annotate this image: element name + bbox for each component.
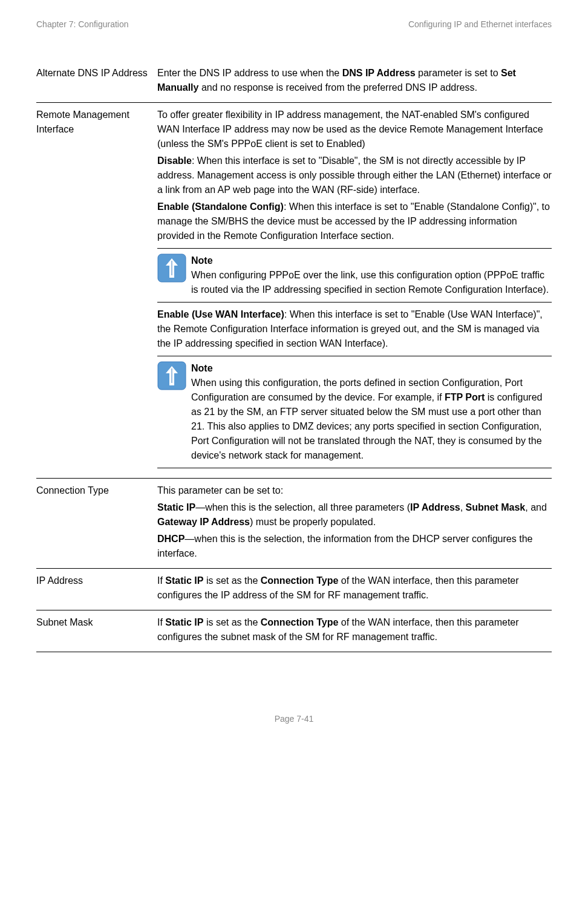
bold-text: Gateway IP Address bbox=[157, 517, 250, 527]
bold-text: IP Address bbox=[410, 502, 460, 512]
table-row: Alternate DNS IP Address Enter the DNS I… bbox=[36, 61, 552, 102]
bold-text: DHCP bbox=[157, 534, 185, 544]
bold-text: Static IP bbox=[165, 575, 203, 586]
text: is set as the bbox=[203, 575, 260, 586]
note-title: Note bbox=[191, 361, 552, 376]
bold-text: FTP Port bbox=[445, 392, 485, 402]
text: , bbox=[460, 502, 466, 512]
bold-text: Disable bbox=[157, 155, 192, 166]
param-name-connection-type: Connection Type bbox=[36, 483, 157, 563]
bold-text: DNS IP Address bbox=[342, 68, 416, 78]
param-name-subnet-mask: Subnet Mask bbox=[36, 615, 157, 647]
text: : When this interface is set to "Disable… bbox=[157, 155, 552, 195]
bold-text: Connection Type bbox=[261, 575, 339, 586]
table-row: Connection Type This parameter can be se… bbox=[36, 478, 552, 568]
paragraph: This parameter can be set to: bbox=[157, 483, 552, 498]
note-title: Note bbox=[191, 254, 552, 268]
text: Enter the DNS IP address to use when the bbox=[157, 68, 342, 78]
header-left: Chapter 7: Configuration bbox=[36, 18, 129, 31]
info-icon bbox=[157, 254, 186, 283]
note-box: Note When using this configuration, the … bbox=[157, 356, 552, 468]
paragraph: Disable: When this interface is set to "… bbox=[157, 154, 552, 197]
note-icon-container bbox=[157, 361, 191, 463]
text: is set as the bbox=[203, 617, 260, 627]
parameter-table: Alternate DNS IP Address Enter the DNS I… bbox=[36, 61, 552, 652]
note-box: Note When configuring PPPoE over the lin… bbox=[157, 248, 552, 303]
paragraph: Enter the DNS IP address to use when the… bbox=[157, 66, 552, 95]
param-name-ip-address: IP Address bbox=[36, 574, 157, 605]
text: ) must be properly populated. bbox=[250, 517, 376, 527]
bold-text: Static IP bbox=[165, 617, 203, 627]
param-desc: To offer greater flexibility in IP addre… bbox=[157, 108, 552, 473]
paragraph: To offer greater flexibility in IP addre… bbox=[157, 108, 552, 151]
paragraph: If Static IP is set as the Connection Ty… bbox=[157, 574, 552, 603]
paragraph: If Static IP is set as the Connection Ty… bbox=[157, 615, 552, 644]
table-row: IP Address If Static IP is set as the Co… bbox=[36, 568, 552, 610]
bold-text: Enable (Use WAN Interface) bbox=[157, 309, 284, 319]
paragraph: Enable (Use WAN Interface): When this in… bbox=[157, 307, 552, 351]
text: —when this is the selection, the informa… bbox=[157, 534, 532, 558]
info-icon bbox=[157, 361, 186, 390]
bold-text: Subnet Mask bbox=[466, 502, 526, 512]
paragraph: DHCP—when this is the selection, the inf… bbox=[157, 532, 552, 561]
note-icon-container bbox=[157, 254, 191, 297]
note-body: When configuring PPPoE over the link, us… bbox=[191, 268, 552, 297]
bold-text: Static IP bbox=[157, 502, 195, 512]
param-desc: This parameter can be set to: Static IP—… bbox=[157, 483, 552, 563]
text: parameter is set to bbox=[416, 68, 501, 78]
text: , and bbox=[525, 502, 547, 512]
note-text: Note When using this configuration, the … bbox=[191, 361, 552, 463]
note-body: When using this configuration, the ports… bbox=[191, 376, 552, 463]
param-desc: Enter the DNS IP address to use when the… bbox=[157, 66, 552, 97]
param-name-remote: Remote Management Interface bbox=[36, 108, 157, 473]
bold-text: Enable (Standalone Config) bbox=[157, 201, 284, 212]
header-right: Configuring IP and Ethernet interfaces bbox=[408, 18, 552, 31]
text: —when this is the selection, all three p… bbox=[195, 502, 410, 512]
note-text: Note When configuring PPPoE over the lin… bbox=[191, 254, 552, 297]
bold-text: Connection Type bbox=[261, 617, 339, 627]
text: If bbox=[157, 575, 165, 586]
text: If bbox=[157, 617, 165, 627]
page-header: Chapter 7: Configuration Configuring IP … bbox=[36, 18, 552, 31]
paragraph: Static IP—when this is the selection, al… bbox=[157, 500, 552, 529]
page-footer: Page 7-41 bbox=[36, 713, 552, 725]
param-desc: If Static IP is set as the Connection Ty… bbox=[157, 615, 552, 647]
text: and no response is received from the pre… bbox=[198, 82, 477, 93]
table-row: Remote Management Interface To offer gre… bbox=[36, 102, 552, 478]
paragraph: Enable (Standalone Config): When this in… bbox=[157, 200, 552, 243]
table-row: Subnet Mask If Static IP is set as the C… bbox=[36, 610, 552, 652]
param-name-alt-dns: Alternate DNS IP Address bbox=[36, 66, 157, 97]
param-desc: If Static IP is set as the Connection Ty… bbox=[157, 574, 552, 605]
